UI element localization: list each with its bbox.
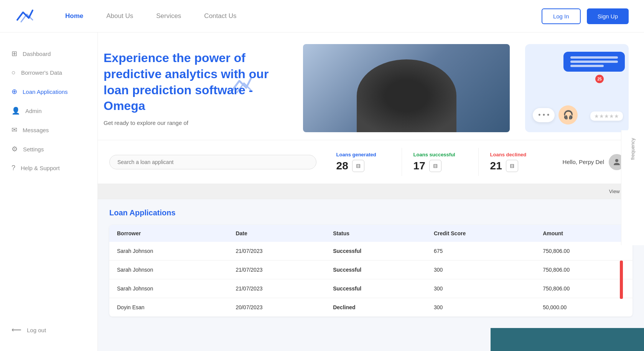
hero-title: Experience the power of predictive analy… xyxy=(104,50,288,114)
main-layout: ⊞ Dashboard ○ Borrower's Data ⊕ Loan App… xyxy=(0,140,644,351)
svg-point-0 xyxy=(615,159,618,162)
sidebar-item-admin[interactable]: 👤 Admin xyxy=(0,101,97,120)
stats-cards: Loans generated 28 ⊟ Loans successful 17… xyxy=(325,148,555,176)
col-header-credit-score: Credit Score xyxy=(426,225,535,242)
stat-label-generated: Loans generated xyxy=(336,152,390,157)
login-button[interactable]: Log In xyxy=(542,8,581,24)
table-header-row: Borrower Date Status Credit Score Amount xyxy=(109,225,632,242)
nav-contact[interactable]: Contact Us xyxy=(204,12,236,20)
table-row: Sarah Johnson 21/07/2023 Successful 300 … xyxy=(109,279,632,298)
help-icon: ? xyxy=(12,164,15,172)
cell-credit-score: 300 xyxy=(426,279,535,298)
loan-applications-icon: ⊕ xyxy=(12,87,17,96)
stats-bar: Loans generated 28 ⊟ Loans successful 17… xyxy=(98,140,644,184)
bubble-line-3 xyxy=(570,65,604,67)
table-row: Sarah Johnson 21/07/2023 Successful 675 … xyxy=(109,242,632,261)
right-panel-frequency: frequency xyxy=(621,130,644,245)
bubble-line-2 xyxy=(570,61,618,63)
sidebar-label-settings: Settings xyxy=(23,146,44,153)
sidebar-item-borrowers[interactable]: ○ Borrower's Data xyxy=(0,63,97,82)
nav-home[interactable]: Home xyxy=(65,12,83,20)
stat-icon-declined[interactable]: ⊟ xyxy=(506,160,518,172)
stat-value-successful: 17 ⊟ xyxy=(413,160,467,172)
cell-status: Successful xyxy=(325,242,426,261)
loan-section: Loan Applications Borrower Date Status C… xyxy=(98,199,644,326)
sidebar-item-loan-applications[interactable]: ⊕ Loan Applications xyxy=(0,82,97,101)
stat-label-declined: Loans declined xyxy=(490,152,544,157)
logo-icon xyxy=(15,8,35,24)
sidebar-item-messages[interactable]: ✉ Messages xyxy=(0,120,97,139)
cell-credit-score: 300 xyxy=(426,261,535,279)
sidebar-item-settings[interactable]: ⚙ Settings xyxy=(0,139,97,159)
search-input[interactable] xyxy=(109,155,316,169)
logo-area xyxy=(15,8,35,24)
admin-icon: 👤 xyxy=(12,107,20,115)
view-more-bar: View more xyxy=(98,184,644,199)
dashboard-icon: ⊞ xyxy=(12,49,17,58)
stat-card-successful: Loans successful 17 ⊟ xyxy=(402,148,478,176)
hero-image xyxy=(303,44,510,132)
sidebar-label-dashboard: Dashboard xyxy=(23,51,51,57)
cell-status: Successful xyxy=(325,261,426,279)
sidebar-label-logout: Log out xyxy=(27,327,46,333)
cell-amount: 750,806.00 xyxy=(535,242,632,261)
borrowers-icon: ○ xyxy=(12,69,16,77)
col-header-borrower: Borrower xyxy=(109,225,228,242)
sidebar: ⊞ Dashboard ○ Borrower's Data ⊕ Loan App… xyxy=(0,33,98,351)
rating-stars: ★★★★★ xyxy=(590,112,623,121)
content-area: Loans generated 28 ⊟ Loans successful 17… xyxy=(98,140,644,351)
stat-value-generated: 28 ⊟ xyxy=(336,160,390,172)
stat-card-declined: Loans declined 21 ⊟ xyxy=(478,148,555,176)
nav-about[interactable]: About Us xyxy=(106,12,133,20)
cell-amount: 50,000.00 xyxy=(535,298,632,317)
settings-icon: ⚙ xyxy=(12,145,18,153)
support-agent: • • • 🎧 xyxy=(533,105,578,125)
hero-text: Experience the power of predictive analy… xyxy=(104,50,288,126)
sidebar-label-borrowers: Borrower's Data xyxy=(21,69,62,76)
stat-icon-generated[interactable]: ⊟ xyxy=(352,160,364,172)
sidebar-label-loan-applications: Loan Applications xyxy=(23,89,68,95)
sidebar-item-logout[interactable]: ⟵ Log out xyxy=(0,320,97,340)
nav-buttons: Log In Sign Up xyxy=(542,8,629,24)
logout-icon: ⟵ xyxy=(12,326,21,334)
cell-borrower: Doyin Esan xyxy=(109,298,228,317)
col-header-amount: Amount xyxy=(535,225,632,242)
sidebar-label-messages: Messages xyxy=(23,127,49,133)
cell-borrower: Sarah Johnson xyxy=(109,261,228,279)
hero-logo-float xyxy=(230,76,253,96)
stat-value-declined: 21 ⊟ xyxy=(490,160,544,172)
hero-person-figure xyxy=(357,59,456,132)
messages-icon: ✉ xyxy=(12,126,17,134)
cell-amount: 750,806.00 xyxy=(535,279,632,298)
signup-button[interactable]: Sign Up xyxy=(587,8,629,24)
frequency-label: frequency xyxy=(630,138,636,160)
nav-links: Home About Us Services Contact Us xyxy=(65,12,542,20)
sidebar-item-help[interactable]: ? Help & Support xyxy=(0,159,97,177)
hero-subtitle: Get ready to explore our range of xyxy=(104,120,288,126)
stat-icon-successful[interactable]: ⊟ xyxy=(429,160,441,172)
cell-amount: 750,806.00 xyxy=(535,261,632,279)
chart-bar-red xyxy=(620,261,623,299)
stat-card-generated: Loans generated 28 ⊟ xyxy=(325,148,402,176)
sidebar-label-help: Help & Support xyxy=(21,165,60,171)
cell-status: Successful xyxy=(325,279,426,298)
notification-badge: 25 xyxy=(595,75,604,83)
support-chat-bubble xyxy=(563,52,625,72)
cell-date: 21/07/2023 xyxy=(228,279,325,298)
cell-date: 20/07/2023 xyxy=(228,298,325,317)
stat-label-successful: Loans successful xyxy=(413,152,467,157)
loan-applications-table: Borrower Date Status Credit Score Amount… xyxy=(109,225,632,317)
sidebar-item-dashboard[interactable]: ⊞ Dashboard xyxy=(0,44,97,63)
cell-credit-score: 675 xyxy=(426,242,535,261)
cell-date: 21/07/2023 xyxy=(228,242,325,261)
cell-date: 21/07/2023 xyxy=(228,261,325,279)
typing-dots: • • • xyxy=(533,108,555,122)
nav-services[interactable]: Services xyxy=(156,12,181,20)
table-row: Sarah Johnson 21/07/2023 Successful 300 … xyxy=(109,261,632,279)
cell-credit-score: 300 xyxy=(426,298,535,317)
greeting-text: Hello, Perpy Del xyxy=(563,159,604,165)
bubble-line-1 xyxy=(570,56,618,59)
col-header-date: Date xyxy=(228,225,325,242)
loan-applications-title: Loan Applications xyxy=(109,208,632,217)
support-widget: 25 • • • 🎧 ★★★★★ xyxy=(525,44,629,132)
